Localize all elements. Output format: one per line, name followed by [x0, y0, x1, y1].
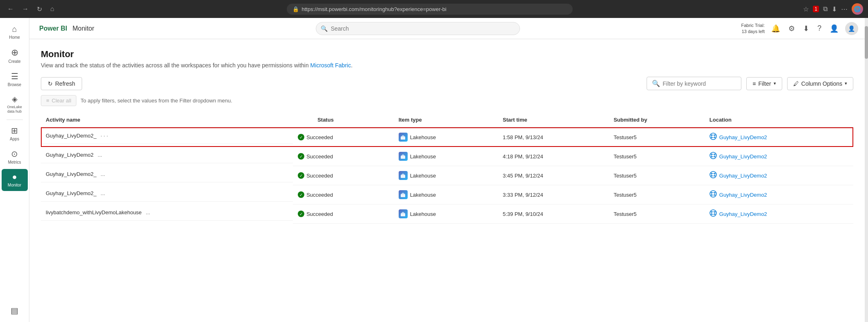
sidebar-item-browse[interactable]: ☰ Browse [2, 68, 28, 91]
status-badge: ✓ Succeeded [298, 211, 333, 217]
col-header-status[interactable]: Status [293, 113, 394, 127]
success-icon: ✓ [298, 172, 304, 179]
location-text: Guyhay_LivyDemo2 [719, 211, 767, 217]
sidebar-label-apps: Apps [10, 137, 19, 142]
table-row[interactable]: Guyhay_LivyDemo2_... ✓ Succeeded Lakehou… [41, 166, 853, 185]
cell-start-time: 5:39 PM, 9/10/24 [498, 204, 609, 224]
sidebar-item-metrics[interactable]: ⊙ Metrics [2, 146, 28, 168]
col-header-start-time[interactable]: Start time [498, 113, 609, 127]
col-header-activity-name[interactable]: Activity name [41, 113, 293, 127]
location-text: Guyhay_LivyDemo2 [719, 153, 767, 160]
location-cell: Guyhay_LivyDemo2 [710, 190, 848, 199]
lakehouse-icon [399, 171, 408, 180]
section-name: Monitor [72, 25, 94, 32]
sidebar-item-onelake[interactable]: ◈ OneLake data hub [2, 91, 28, 117]
address-bar[interactable]: 🔒 https://msit.powerbi.com/monitoringhub… [287, 4, 573, 15]
cell-status: ✓ Succeeded [293, 166, 394, 185]
scrollbar[interactable] [865, 18, 868, 322]
column-options-button[interactable]: 🖊 Column Options ▾ [787, 77, 853, 90]
filter-button[interactable]: ≡ Filter ▾ [746, 77, 782, 90]
sidebar-item-workspaces[interactable]: ▤ [2, 302, 28, 319]
activity-name-text: Guyhay_LivyDemo2_ [46, 133, 96, 139]
refresh-button[interactable]: ↻ Refresh [41, 77, 82, 90]
browser-back-button[interactable]: ← [5, 4, 16, 14]
notification-button[interactable]: 🔔 [770, 22, 782, 35]
table-row[interactable]: Guyhay_LivyDemo2_... ✓ Succeeded Lakehou… [41, 185, 853, 204]
svg-point-2 [710, 133, 716, 140]
clear-all-button[interactable]: ≡ Clear all [41, 95, 76, 106]
more-options-icon[interactable]: ... [100, 171, 105, 177]
svg-rect-0 [401, 137, 405, 140]
settings-button[interactable]: ⚙ [787, 22, 797, 35]
cell-start-time: 3:45 PM, 9/12/24 [498, 166, 609, 185]
cell-submitted-by: Testuser5 [609, 185, 705, 204]
sidebar-item-monitor[interactable]: ● Monitor [2, 169, 28, 191]
cell-submitted-by: Testuser5 [609, 204, 705, 224]
lakehouse-icon [399, 152, 408, 161]
data-table: Activity name Status Item type Start tim… [41, 113, 853, 224]
browser-chrome: ← → ↻ ⌂ 🔒 https://msit.powerbi.com/monit… [0, 0, 868, 18]
location-icon [710, 133, 717, 142]
more-browser-icon[interactable]: ⋯ [841, 5, 848, 13]
status-text: Succeeded [306, 211, 333, 217]
sidebar-label-create: Create [8, 59, 20, 64]
filter-chevron-icon: ▾ [774, 81, 776, 86]
star-icon[interactable]: ☆ [803, 5, 809, 13]
status-text: Succeeded [306, 153, 333, 160]
sidebar-item-create[interactable]: ⊕ Create [2, 44, 28, 67]
status-badge: ✓ Succeeded [298, 153, 333, 160]
more-options-icon[interactable]: ... [100, 190, 105, 196]
download-button[interactable]: ⬇ [801, 22, 811, 35]
table-header-row: Activity name Status Item type Start tim… [41, 113, 853, 127]
location-icon [710, 152, 717, 161]
svg-marker-1 [401, 135, 405, 137]
sidebar-divider [7, 120, 23, 120]
cell-item-type: Lakehouse [394, 166, 498, 185]
cell-start-time: 3:33 PM, 9/12/24 [498, 185, 609, 204]
share-button[interactable]: 👤 [828, 22, 840, 35]
table-row[interactable]: livybatchdemo_withLivyDemoLakehouse... ✓… [41, 204, 853, 224]
filter-hint-text: To apply filters, select the values from… [80, 98, 232, 104]
col-header-item-type[interactable]: Item type [394, 113, 498, 127]
cell-start-time: 1:58 PM, 9/13/24 [498, 127, 609, 147]
item-type-text: Lakehouse [410, 192, 436, 198]
column-options-chevron-icon: ▾ [845, 81, 847, 86]
more-options-icon[interactable]: ... [146, 209, 150, 215]
search-input[interactable] [316, 22, 520, 35]
status-badge: ✓ Succeeded [298, 172, 333, 179]
svg-marker-34 [401, 193, 405, 194]
cell-status: ✓ Succeeded [293, 204, 394, 224]
cell-activity-name: Guyhay_LivyDemo2... [41, 147, 293, 163]
sidebar-item-apps[interactable]: ⊞ Apps [2, 122, 28, 145]
filter-keyword-input[interactable] [663, 80, 736, 87]
item-type-text: Lakehouse [410, 173, 436, 179]
location-text: Guyhay_LivyDemo2 [719, 192, 767, 198]
location-cell: Guyhay_LivyDemo2 [710, 133, 848, 142]
success-icon: ✓ [298, 153, 304, 160]
lakehouse-icon [399, 209, 408, 218]
scrollbar-thumb[interactable] [865, 26, 868, 59]
app-logo[interactable]: Power BI Monitor [36, 24, 94, 33]
help-button[interactable]: ? [816, 22, 823, 34]
avatar[interactable]: 👤 [845, 22, 858, 35]
save-icon[interactable]: ⬇ [832, 5, 837, 13]
item-type-cell: Lakehouse [399, 152, 493, 161]
profile-icon[interactable]: 🌐 [852, 3, 863, 15]
more-options-icon[interactable]: · · · [100, 133, 108, 139]
create-icon: ⊕ [11, 47, 18, 58]
col-header-submitted-by[interactable]: Submitted by [609, 113, 705, 127]
browser-forward-button[interactable]: → [20, 4, 31, 14]
table-row[interactable]: Guyhay_LivyDemo2_· · · ✓ Succeeded Lakeh… [41, 127, 853, 147]
more-options-icon[interactable]: ... [98, 152, 102, 158]
fabric-link[interactable]: Microsoft Fabric [310, 62, 351, 69]
location-icon [710, 190, 717, 199]
splitscreen-icon[interactable]: ⧉ [823, 5, 828, 13]
browser-refresh-button[interactable]: ↻ [34, 4, 45, 15]
table-row[interactable]: Guyhay_LivyDemo2... ✓ Succeeded Lakehous… [41, 147, 853, 166]
browser-home-button[interactable]: ⌂ [48, 4, 57, 14]
col-header-location[interactable]: Location [705, 113, 853, 127]
svg-marker-23 [401, 173, 405, 175]
cell-submitted-by: Testuser5 [609, 147, 705, 166]
extensions-icon[interactable]: 1 [813, 6, 819, 12]
sidebar-item-home[interactable]: ⌂ Home [2, 21, 28, 43]
